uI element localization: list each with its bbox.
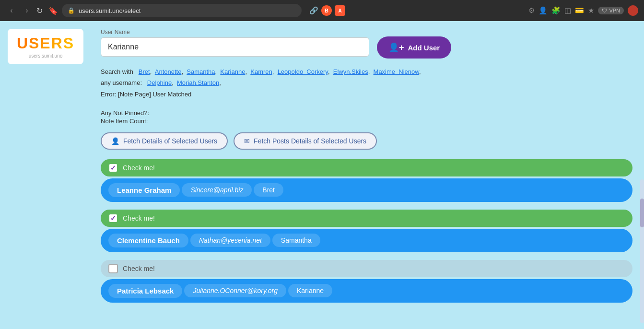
check-row-3[interactable]: Check me! bbox=[101, 260, 632, 277]
checkbox-3[interactable] bbox=[108, 264, 118, 273]
user-email-1: Sincere@april.biz bbox=[182, 183, 252, 197]
note-item-count-label: Note Item Count: bbox=[101, 118, 634, 125]
user-username-1: Bret bbox=[254, 183, 283, 197]
username-antonette[interactable]: Antonette bbox=[155, 68, 182, 75]
username-karianne[interactable]: Karianne bbox=[220, 68, 245, 75]
stats-row: Any Not Pinned?: Note Item Count: bbox=[101, 109, 634, 125]
user-username-3: Karianne bbox=[288, 284, 332, 297]
fetch-posts-label: Fetch Posts Details of Selected Users bbox=[254, 137, 366, 145]
check-row-2[interactable]: ✓ Check me! bbox=[101, 210, 632, 227]
user-detail-row-3: Patricia Lebsack Julianne.OConner@kory.o… bbox=[101, 279, 632, 303]
logo-sub: users.sumit.uno bbox=[15, 53, 76, 59]
check-label-1: Check me! bbox=[123, 164, 155, 172]
main-content: User Name 👤+ Add User Search with Bret, … bbox=[91, 21, 644, 329]
add-user-icon: 👤+ bbox=[388, 42, 404, 53]
user-name-label: User Name bbox=[101, 29, 369, 35]
error-line: Error: [Note Page] User Matched bbox=[101, 91, 634, 98]
checkbox-2[interactable]: ✓ bbox=[108, 213, 118, 223]
logo-box: USERS users.sumit.uno bbox=[8, 29, 83, 64]
any-username-prefix: any username: bbox=[101, 79, 145, 86]
address-bar[interactable]: 🔒 users.sumit.uno/select bbox=[62, 4, 302, 17]
users-list: ✓ Check me! Leanne Graham Sincere@april.… bbox=[101, 159, 634, 303]
username-maxime[interactable]: Maxime_Nienow bbox=[374, 68, 419, 75]
checkmark-2: ✓ bbox=[110, 214, 116, 222]
username-elwyn[interactable]: Elwyn.Skiles bbox=[333, 68, 368, 75]
username-leopoldo[interactable]: Leopoldo_Corkery bbox=[278, 68, 328, 75]
user-detail-row-2: Clementine Bauch Nathan@yesenia.net Sama… bbox=[101, 229, 632, 252]
checkbox-1[interactable]: ✓ bbox=[108, 163, 118, 173]
error-text: Error: [Note Page] User Matched bbox=[101, 91, 191, 98]
address-text: users.sumit.uno/select bbox=[79, 7, 141, 14]
mail-icon: ✉ bbox=[244, 137, 250, 145]
action-buttons-row: 👤 Fetch Details of Selected Users ✉ Fetc… bbox=[101, 132, 634, 150]
any-not-pinned-label: Any Not Pinned?: bbox=[101, 109, 634, 117]
user-name-section: User Name 👤+ Add User bbox=[101, 29, 634, 59]
address-security-icon: 🔒 bbox=[68, 7, 75, 14]
user-email-3: Julianne.OConner@kory.org bbox=[184, 284, 286, 297]
username-delphine[interactable]: Delphine bbox=[147, 79, 172, 86]
refresh-button[interactable]: ↻ bbox=[36, 6, 43, 15]
browser-right-icons: ⚙ 👤 🧩 ◫ 💳 ★ 🛡 VPN bbox=[528, 5, 638, 16]
user-name-2: Clementine Bauch bbox=[108, 234, 188, 247]
spacer-1 bbox=[101, 98, 634, 109]
wallet-icon[interactable]: 💳 bbox=[575, 6, 584, 15]
add-user-label: Add User bbox=[408, 44, 440, 52]
user-card-2: ✓ Check me! Clementine Bauch Nathan@yese… bbox=[101, 210, 632, 252]
checkmark-1: ✓ bbox=[110, 164, 116, 172]
check-label-2: Check me! bbox=[123, 214, 155, 222]
username-bret[interactable]: Bret bbox=[139, 68, 150, 75]
add-user-button[interactable]: 👤+ Add User bbox=[377, 36, 451, 59]
user-name-input-wrap: User Name bbox=[101, 29, 369, 57]
username-samantha[interactable]: Samantha bbox=[187, 68, 215, 75]
username-kamren[interactable]: Kamren bbox=[250, 68, 272, 75]
logo-area: USERS users.sumit.uno bbox=[0, 21, 91, 329]
puzzle-icon[interactable]: 🧩 bbox=[551, 6, 561, 15]
vpn-label: VPN bbox=[609, 8, 620, 13]
star-icon[interactable]: ★ bbox=[588, 6, 594, 15]
layout-icon[interactable]: ◫ bbox=[564, 6, 571, 15]
browser-profile-avatar[interactable] bbox=[628, 5, 638, 16]
browser-actions: 🔗 B A bbox=[309, 5, 345, 16]
vpn-shield-icon: 🛡 bbox=[602, 8, 607, 13]
extensions-icon[interactable]: ⚙ bbox=[528, 6, 535, 15]
check-row-1[interactable]: ✓ Check me! bbox=[101, 159, 632, 176]
search-with-label: Search with bbox=[101, 68, 137, 75]
user-name-3: Patricia Lebsack bbox=[108, 284, 182, 298]
share-icon[interactable]: 🔗 bbox=[309, 6, 318, 15]
check-label-3: Check me! bbox=[123, 265, 155, 272]
fetch-details-button[interactable]: 👤 Fetch Details of Selected Users bbox=[101, 132, 228, 150]
search-hint: Search with Bret, Antonette, Samantha, K… bbox=[101, 66, 634, 89]
user-card-1: ✓ Check me! Leanne Graham Sincere@april.… bbox=[101, 159, 632, 202]
fetch-details-label: Fetch Details of Selected Users bbox=[123, 137, 217, 145]
scrollbar-thumb[interactable] bbox=[640, 199, 644, 227]
user-detail-row-1: Leanne Graham Sincere@april.biz Bret bbox=[101, 178, 632, 202]
bookmark-icon[interactable]: 🔖 bbox=[48, 6, 58, 15]
user-username-2: Samantha bbox=[272, 234, 320, 247]
page-content: USERS users.sumit.uno User Name 👤+ Add U… bbox=[0, 21, 644, 329]
user-card-3: Check me! Patricia Lebsack Julianne.OCon… bbox=[101, 260, 632, 303]
astro-icon: A bbox=[335, 5, 345, 16]
nav-forward-button[interactable]: › bbox=[21, 6, 33, 15]
scrollbar-track bbox=[640, 179, 644, 323]
user-name-1: Leanne Graham bbox=[108, 183, 180, 197]
browser-chrome: ‹ › ↻ 🔖 🔒 users.sumit.uno/select 🔗 B A ⚙… bbox=[0, 0, 644, 21]
person-icon: 👤 bbox=[111, 137, 119, 145]
vpn-badge[interactable]: 🛡 VPN bbox=[598, 7, 624, 14]
fetch-posts-button[interactable]: ✉ Fetch Posts Details of Selected Users bbox=[234, 132, 377, 150]
brave-icon: B bbox=[321, 5, 332, 16]
user-email-2: Nathan@yesenia.net bbox=[190, 234, 270, 247]
profile-icon[interactable]: 👤 bbox=[539, 6, 548, 15]
username-moriah[interactable]: Moriah.Stanton bbox=[177, 79, 219, 86]
user-name-input[interactable] bbox=[101, 37, 369, 57]
logo-text: USERS bbox=[15, 35, 76, 52]
nav-back-button[interactable]: ‹ bbox=[6, 6, 17, 15]
